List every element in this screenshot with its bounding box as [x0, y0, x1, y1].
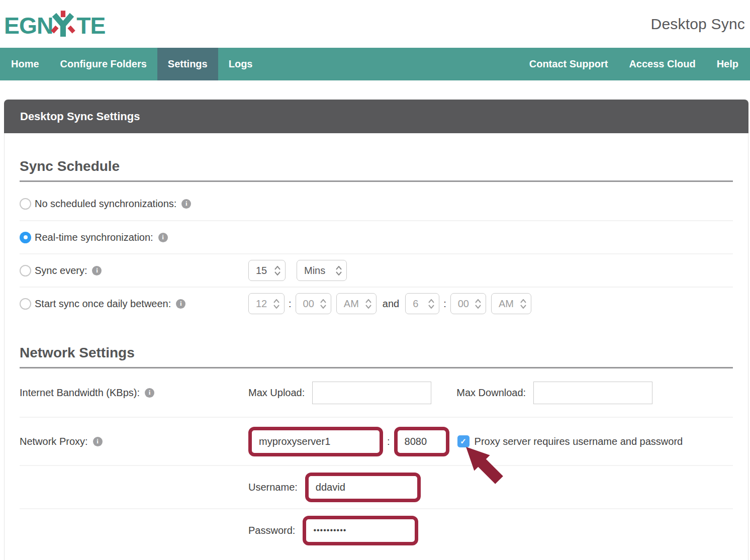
- username-highlight: [305, 473, 421, 502]
- radio-daily[interactable]: [20, 298, 31, 310]
- max-download-input[interactable]: [533, 382, 652, 404]
- panel-header: Desktop Sync Settings: [4, 100, 748, 133]
- network-settings-rows: Internet Bandwidth (KBps): i Max Upload:…: [20, 368, 733, 551]
- sync-schedule-rows: No scheduled synchronizations: i Real-ti…: [20, 187, 733, 320]
- info-icon[interactable]: i: [176, 299, 185, 309]
- password-row: Password:: [20, 508, 733, 551]
- start-hour-stepper[interactable]: 12: [248, 293, 285, 314]
- proxy-row: Network Proxy: i : ✓ Proxy server requir…: [20, 417, 733, 465]
- check-icon: ✓: [460, 437, 466, 446]
- info-icon[interactable]: i: [181, 199, 191, 209]
- info-icon[interactable]: i: [92, 266, 102, 275]
- option-row-daily: Start sync once daily between: i 12 : 00: [20, 287, 733, 320]
- chevron-up-down-icon: [428, 299, 434, 309]
- bandwidth-row: Internet Bandwidth (KBps): i Max Upload:…: [20, 368, 733, 417]
- panel-body: Sync Schedule No scheduled synchronizati…: [4, 133, 748, 560]
- password-highlight: [303, 516, 418, 545]
- settings-panel: Desktop Sync Settings Sync Schedule No s…: [4, 100, 748, 560]
- max-upload-label: Max Upload:: [248, 387, 305, 399]
- proxy-port-input[interactable]: [399, 431, 445, 452]
- sync-schedule-title: Sync Schedule: [20, 133, 733, 174]
- time-colon: :: [443, 298, 446, 310]
- proxy-auth-checkbox[interactable]: ✓: [457, 435, 470, 447]
- chevron-up-down-icon: [365, 299, 371, 309]
- nav-left: Home Configure Folders Settings Logs: [0, 48, 263, 80]
- nav-item-logs[interactable]: Logs: [218, 48, 263, 80]
- bandwidth-label: Internet Bandwidth (KBps):: [20, 387, 140, 399]
- end-ampm-stepper[interactable]: AM: [491, 293, 531, 314]
- option-label: Sync every:: [35, 265, 87, 276]
- top-header: EGN TE Desktop Sync: [0, 0, 750, 48]
- and-text: and: [383, 298, 399, 310]
- chevron-up-down-icon: [273, 299, 279, 309]
- main-navbar: Home Configure Folders Settings Logs Con…: [0, 48, 750, 80]
- username-row: Username:: [20, 465, 733, 508]
- nav-item-home[interactable]: Home: [0, 48, 50, 80]
- chevron-up-down-icon: [475, 299, 481, 309]
- start-minute-stepper[interactable]: 00: [296, 293, 331, 314]
- username-input[interactable]: [310, 477, 416, 498]
- password-label: Password:: [248, 525, 295, 536]
- username-label: Username:: [248, 482, 298, 493]
- start-ampm-stepper[interactable]: AM: [336, 293, 377, 314]
- proxy-host-highlight: [248, 427, 383, 456]
- chevron-up-down-icon: [274, 266, 280, 275]
- panel-title: Desktop Sync Settings: [20, 110, 140, 123]
- info-icon[interactable]: i: [158, 233, 168, 242]
- network-settings-title: Network Settings: [20, 320, 733, 361]
- max-download-label: Max Download:: [456, 387, 526, 399]
- chevron-up-down-icon: [520, 299, 526, 309]
- info-icon[interactable]: i: [93, 437, 103, 446]
- radio-no-sync[interactable]: [20, 198, 31, 210]
- proxy-auth-label: Proxy server requires username and passw…: [475, 436, 683, 447]
- sync-unit-stepper[interactable]: Mins: [297, 260, 347, 281]
- option-label: Start sync once daily between:: [35, 298, 171, 310]
- logo-text-left: EGN: [4, 13, 53, 39]
- nav-right: Contact Support Access Cloud Help: [519, 48, 750, 80]
- sync-interval-stepper[interactable]: 15: [248, 260, 286, 281]
- chevron-up-down-icon: [320, 299, 326, 309]
- nav-item-configure-folders[interactable]: Configure Folders: [50, 48, 157, 80]
- section-rule: [20, 180, 733, 182]
- nav-item-settings[interactable]: Settings: [157, 48, 218, 80]
- app-title: Desktop Sync: [651, 16, 746, 33]
- network-proxy-label: Network Proxy:: [20, 436, 88, 447]
- nav-item-access-cloud[interactable]: Access Cloud: [618, 48, 706, 80]
- egnyte-logo[interactable]: EGN TE: [4, 9, 116, 39]
- option-row-realtime: Real-time synchronization: i: [20, 220, 733, 253]
- radio-realtime[interactable]: [20, 232, 31, 243]
- egnyte-logo-graphic: EGN TE: [4, 9, 116, 39]
- proxy-colon: :: [387, 436, 390, 447]
- radio-sync-every[interactable]: [20, 265, 31, 276]
- option-row-sync-every: Sync every: i 15 Mins: [20, 253, 733, 287]
- end-hour-stepper[interactable]: 6: [405, 293, 439, 314]
- chevron-up-down-icon: [336, 266, 342, 275]
- nav-item-contact-support[interactable]: Contact Support: [519, 48, 619, 80]
- info-icon[interactable]: i: [145, 388, 154, 398]
- time-colon: :: [289, 298, 292, 310]
- option-label: Real-time synchronization:: [35, 232, 153, 243]
- option-label: No scheduled synchronizations:: [35, 198, 176, 210]
- option-row-no-sync: No scheduled synchronizations: i: [20, 187, 733, 220]
- max-upload-input[interactable]: [312, 382, 431, 404]
- end-minute-stepper[interactable]: 00: [450, 293, 486, 314]
- proxy-host-input[interactable]: [253, 431, 379, 452]
- logo-text-right: TE: [76, 13, 105, 39]
- proxy-port-highlight: [394, 427, 449, 456]
- nav-item-help[interactable]: Help: [706, 48, 750, 80]
- logo-y-icon: [52, 11, 74, 37]
- password-input[interactable]: [307, 520, 414, 541]
